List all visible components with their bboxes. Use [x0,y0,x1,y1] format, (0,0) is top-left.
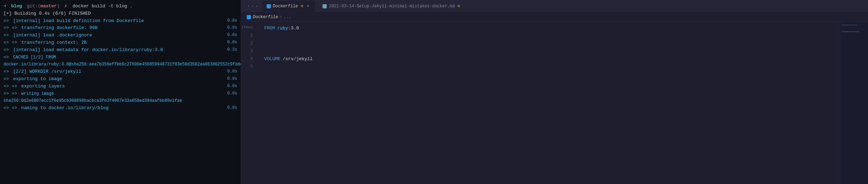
breadcrumb-path: ... [283,15,291,20]
terminal-output-line-6: => CACHED [1/2] FROM docker.io/library/r… [3,54,237,69]
prompt-cmd-prefix: ✗ [64,3,67,9]
editor-tabs-bar: ··· Dockerfile M × 2021-03-14-Setup-Jeky… [241,0,868,13]
terminal-output-line-11: => => naming to docker.io/library/blog 0… [3,105,237,112]
dockerfile-tab-modified: M [301,4,303,8]
line-timing-5: 0.3s [227,47,237,54]
code-keyword-volume: VOLUME [264,55,281,63]
editor-minimap [840,22,868,184]
terminal-output-line-3: => [internal] load .dockerignore 0.0s [3,32,237,39]
editor-content-area: You, 5 days ago | 1 author (You) 1 2 3 4… [241,22,868,184]
terminal-output-line-5: => [internal] load metadata for docker.i… [3,47,237,54]
tab-overflow-dots[interactable]: ··· [244,3,262,9]
line-text-3: [internal] load .dockerignore [13,33,92,38]
prompt-branch-prefix: git:( [27,3,41,9]
terminal-output-line-9: => => exporting layers 0.0s [3,83,237,90]
line-arrow-5: => [3,47,9,52]
line-timing-2: 0.0s [227,24,237,32]
code-value-ruby-version: :3.0 [288,24,299,32]
prompt-command: docker build -t blog . [73,3,133,9]
line-timing-7: 0.0s [227,68,237,76]
code-line-2 [264,32,834,40]
prompt-directory: blog [11,3,22,9]
prompt-arrow: ➜ [3,3,6,9]
editor-gutter: You, 5 days ago | 1 author (You) 1 2 3 4… [241,22,259,184]
prompt-branch: master [41,3,57,9]
terminal-output-line-2: => => transferring dockerfile: 96B 0.0s [3,24,237,32]
editor-panel: ··· Dockerfile M × 2021-03-14-Setup-Jeky… [241,0,868,184]
line-number-5: 5 [250,63,253,70]
terminal-output-line-7: => [2/2] WORKDIR /srv/jekyll 0.0s [3,68,237,76]
breadcrumb-separator: > [280,15,282,20]
line-number-4: 4 [250,55,253,63]
build-status-line: [+] Building 0.4s (6/6) FINISHED [3,10,237,17]
dockerfile-file-icon [267,4,271,8]
line-timing-9: 0.0s [227,83,237,90]
md-tab-modified: M [458,4,460,8]
line-timing-10: 0.0s [227,90,237,105]
build-status-text: [+] Building 0.4s (6/6) FINISHED [3,11,91,16]
terminal-output-line-8: => exporting to image 0.0s [3,76,237,83]
terminal-panel: ➜ blog git:(master) ✗ docker build -t bl… [0,0,241,184]
terminal-output-line-4: => => transferring context: 2B 0.0s [3,39,237,47]
line-number-2: 2 [250,40,253,47]
line-timing-11: 0.0s [227,105,237,112]
code-keyword-from: FROM [264,24,275,32]
dockerfile-tab-close[interactable]: × [305,3,311,9]
code-line-4 [264,48,834,55]
line-text-7: [2/2] WORKDIR /srv/jekyll [13,69,81,74]
editor-meta-text: You, 5 days ago | 1 author (You) [241,24,253,32]
code-value-ruby: ruby [277,24,288,32]
line-text-2: transferring dockerfile: 96B [21,25,97,30]
line-text-8: exporting to image [13,76,62,82]
editor-code-lines[interactable]: FROM ruby:3.0 VOLUME /srv/jekyll [259,22,840,184]
line-arrow-3: => [3,33,9,38]
terminal-prompt-line: ➜ blog git:(master) ✗ docker build -t bl… [3,3,237,10]
line-text-1: [internal] load build definition from Do… [13,18,144,23]
dockerfile-tab-label: Dockerfile [273,4,298,9]
line-text-9: exporting layers [21,84,65,89]
line-arrow-11: => => [3,105,17,111]
line-text-4: transferring context: 2B [21,40,87,45]
md-tab-label: 2021-03-14-Setup-Jekyll-minimal-mistakes… [329,4,455,9]
tab-dockerfile[interactable]: Dockerfile M × [262,1,315,12]
code-line-3 [264,40,834,48]
line-arrow-6: => [3,55,9,60]
breadcrumb-file-icon [247,15,251,19]
line-arrow-2: => => [3,25,17,30]
line-arrow-7: => [3,69,9,74]
md-file-icon [323,4,327,8]
terminal-output-line-10: => => writing image sha256:0d2e6807ecc1f… [3,90,237,105]
line-number-1: 1 [250,32,253,40]
line-arrow-1: => [3,18,9,23]
prompt-branch-suffix: ) [57,3,60,9]
line-timing-3: 0.0s [227,32,237,39]
line-timing-8: 0.0s [227,76,237,83]
line-timing-4: 0.0s [227,39,237,47]
line-text-5: [internal] load metadata for docker.io/l… [13,47,163,52]
line-text-6: CACHED [1/2] FROM docker.io/library/ruby… [3,55,241,67]
line-text-10: writing image sha256:0d2e6807ecc1f6e95cb… [3,91,182,104]
line-arrow-9: => => [3,84,17,89]
terminal-output-line-1: => [internal] load build definition from… [3,17,237,25]
app-container: ➜ blog git:(master) ✗ docker build -t bl… [0,0,868,184]
line-arrow-8: => [3,76,9,82]
breadcrumb-file: Dockerfile [253,15,278,20]
line-arrow-4: => => [3,40,17,45]
code-value-volume-path: /srv/jekyll [283,55,313,63]
editor-breadcrumb: Dockerfile > ... [241,13,868,22]
code-line-5: VOLUME /srv/jekyll [264,55,834,63]
line-text-11: naming to docker.io/library/blog [21,105,109,111]
tab-md-file[interactable]: 2021-03-14-Setup-Jekyll-minimal-mistakes… [318,1,464,12]
line-number-3: 3 [250,47,253,55]
line-arrow-10: => => [3,91,17,96]
code-line-1: FROM ruby:3.0 [264,24,834,32]
line-timing-1: 0.0s [227,17,237,25]
